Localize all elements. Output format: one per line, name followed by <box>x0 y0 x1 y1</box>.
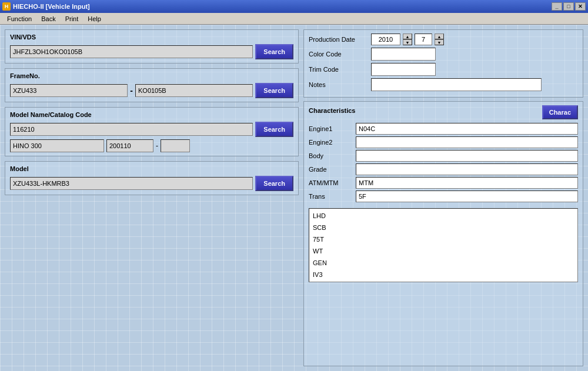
model-name-section: Model Name/Catalog Code Search - <box>5 107 299 156</box>
grade-input[interactable] <box>356 163 578 175</box>
menu-bar: Function Back Print Help <box>0 13 588 25</box>
left-panel: VIN/VDS Search FrameNo. - Search Model N… <box>5 29 299 366</box>
model-dash-separator: - <box>156 142 158 150</box>
notes-input[interactable] <box>371 78 542 91</box>
model-num2-input[interactable] <box>161 139 190 152</box>
menu-help[interactable]: Help <box>83 14 106 24</box>
vin-search-button[interactable]: Search <box>255 44 293 59</box>
characteristics-section: Characteristics Charac Engine1 Engine2 B… <box>303 101 583 366</box>
vin-input[interactable] <box>10 45 253 58</box>
frameno-section: FrameNo. - Search <box>5 68 299 102</box>
engine1-label: Engine1 <box>309 125 356 132</box>
trim-code-label: Trim Code <box>309 66 368 73</box>
main-window: VIN/VDS Search FrameNo. - Search Model N… <box>0 25 588 371</box>
model-name-input[interactable] <box>10 139 104 152</box>
model-name-label: Model Name/Catalog Code <box>10 111 293 118</box>
frame-separator: - <box>130 86 133 95</box>
prod-month-up[interactable]: ▲ <box>435 34 444 39</box>
model-num1-input[interactable] <box>106 139 153 152</box>
list-item[interactable]: WT <box>310 245 576 257</box>
engine2-label: Engine2 <box>309 139 356 146</box>
prod-year-down[interactable]: ▼ <box>403 39 412 45</box>
minimize-button[interactable]: _ <box>552 2 562 11</box>
close-button[interactable]: ✕ <box>575 2 586 11</box>
color-code-label: Color Code <box>309 51 368 58</box>
frameno-label: FrameNo. <box>10 72 293 79</box>
list-item[interactable]: SCB <box>310 222 576 233</box>
engine2-input[interactable] <box>356 136 578 148</box>
right-panel: Production Date ▲ ▼ ▲ ▼ Color Code <box>303 29 583 366</box>
color-code-input[interactable] <box>371 48 436 61</box>
vin-section: VIN/VDS Search <box>5 29 299 63</box>
trans-input[interactable] <box>356 190 578 202</box>
list-item[interactable]: 75T <box>310 233 576 245</box>
model-label: Model <box>10 165 293 172</box>
prod-month-down[interactable]: ▼ <box>435 39 444 45</box>
engine1-input[interactable] <box>356 123 578 135</box>
right-top-section: Production Date ▲ ▼ ▲ ▼ Color Code <box>303 29 583 98</box>
frame-part1-input[interactable] <box>10 84 128 97</box>
title-text: HIECHO-II [Vehicle Input] <box>13 3 90 10</box>
menu-print[interactable]: Print <box>61 14 83 24</box>
characteristics-label: Characteristics <box>309 107 356 114</box>
app-icon: H <box>2 2 11 11</box>
list-item[interactable]: DCRTJ <box>310 280 576 282</box>
charac-button[interactable]: Charac <box>542 105 578 119</box>
model-section: Model Search <box>5 161 299 195</box>
atm-label: ATM/MTM <box>309 179 356 186</box>
menu-function[interactable]: Function <box>2 14 36 24</box>
trans-label: Trans <box>309 193 356 200</box>
menu-back[interactable]: Back <box>36 14 60 24</box>
prod-month-input[interactable] <box>415 34 432 45</box>
body-input[interactable] <box>356 150 578 162</box>
model-search-button[interactable]: Search <box>255 176 293 191</box>
catalog-code-input[interactable] <box>10 123 253 136</box>
prod-date-label: Production Date <box>309 36 368 43</box>
prod-year-up[interactable]: ▲ <box>403 34 412 39</box>
list-item[interactable]: IV3 <box>310 269 576 280</box>
body-label: Body <box>309 152 356 159</box>
frame-part2-input[interactable] <box>135 84 253 97</box>
trim-code-input[interactable] <box>371 63 436 76</box>
model-input[interactable] <box>10 177 253 190</box>
title-bar: H HIECHO-II [Vehicle Input] _ □ ✕ <box>0 0 588 13</box>
grade-label: Grade <box>309 166 356 173</box>
maximize-button[interactable]: □ <box>563 2 574 11</box>
list-item[interactable]: GEN <box>310 257 576 269</box>
list-item[interactable]: LHD <box>310 210 576 222</box>
notes-label: Notes <box>309 81 368 88</box>
atm-input[interactable] <box>356 177 578 189</box>
catalog-search-button[interactable]: Search <box>255 122 293 137</box>
vin-label: VIN/VDS <box>10 34 293 41</box>
characteristics-listbox[interactable]: LHDSCB75TWTGENIV3DCRTJ <box>309 208 578 282</box>
frame-search-button[interactable]: Search <box>255 83 293 98</box>
prod-year-input[interactable] <box>371 34 400 45</box>
